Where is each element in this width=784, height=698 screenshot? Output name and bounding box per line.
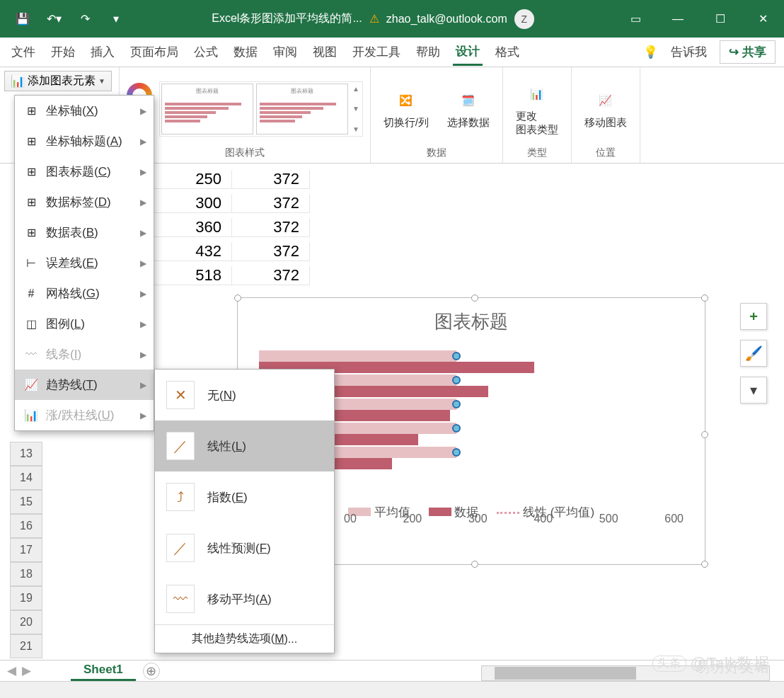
- tab-page-layout[interactable]: 页面布局: [127, 40, 181, 64]
- menu-item-A[interactable]: ⊞坐标轴标题(A)▶: [15, 126, 154, 156]
- undo-icon[interactable]: ↶▾: [38, 4, 69, 35]
- cell[interactable]: 432: [154, 242, 232, 261]
- row-header[interactable]: 18: [10, 562, 42, 586]
- avg-marker[interactable]: [452, 448, 461, 457]
- cell[interactable]: 372: [232, 194, 310, 213]
- move-chart-icon: 📈: [593, 88, 618, 113]
- select-data-button[interactable]: 🗓️选择数据: [442, 85, 495, 132]
- row-header[interactable]: 16: [10, 514, 42, 538]
- cell[interactable]: 250: [154, 170, 232, 189]
- trendline-submenu: ✕无(N)／线性(L)⤴指数(E)／线性预测(F)〰移动平均(A)其他趋势线选项…: [154, 369, 335, 653]
- switch-row-col-button[interactable]: 🔀切换行/列: [378, 85, 434, 132]
- chart-style-thumb[interactable]: 图表标题: [256, 84, 348, 135]
- row-header[interactable]: 20: [10, 610, 42, 634]
- trendline-option-N[interactable]: ✕无(N): [155, 370, 334, 420]
- menu-item-icon: #: [23, 287, 39, 300]
- axis-tick: 200: [403, 513, 422, 525]
- save-icon[interactable]: 💾: [7, 4, 38, 35]
- move-chart-button[interactable]: 📈移动图表: [579, 85, 633, 132]
- menu-item-X[interactable]: ⊞坐标轴(X)▶: [15, 96, 154, 126]
- tab-design[interactable]: 设计: [453, 39, 483, 66]
- row-header[interactable]: 14: [10, 466, 42, 490]
- tab-insert[interactable]: 插入: [88, 40, 117, 64]
- cell[interactable]: 300: [154, 194, 232, 213]
- sheet-nav-prev-icon[interactable]: ◀: [7, 663, 16, 678]
- maximize-icon[interactable]: ☐: [699, 0, 742, 38]
- cell[interactable]: 372: [232, 170, 310, 189]
- tab-home[interactable]: 开始: [48, 40, 78, 64]
- tab-formula[interactable]: 公式: [191, 40, 221, 64]
- cell[interactable]: 372: [232, 266, 310, 285]
- row-header[interactable]: 13: [10, 442, 42, 466]
- sheet-nav-next-icon[interactable]: ▶: [22, 663, 31, 678]
- cell[interactable]: 360: [154, 218, 232, 237]
- menu-item-I: 〰线条(I)▶: [15, 339, 154, 370]
- menu-item-E[interactable]: ⊢误差线(E)▶: [15, 248, 154, 278]
- change-chart-type-button[interactable]: 📊更改图表类型: [510, 79, 564, 139]
- chart-elements-button[interactable]: +: [740, 303, 767, 330]
- avatar[interactable]: Z: [514, 9, 534, 29]
- menu-item-D[interactable]: ⊞数据标签(D)▶: [15, 187, 154, 217]
- row-header[interactable]: 21: [10, 634, 42, 658]
- tab-review[interactable]: 审阅: [270, 40, 300, 64]
- menu-item-icon: 〰: [23, 348, 39, 361]
- chart-style-thumb[interactable]: 图表标题: [161, 84, 253, 135]
- trendline-option-L[interactable]: ／线性(L): [155, 420, 334, 471]
- trendline-option-F[interactable]: ／线性预测(F): [155, 522, 334, 573]
- warning-icon: ⚠: [369, 12, 379, 25]
- minimize-icon[interactable]: —: [657, 0, 699, 38]
- row-header[interactable]: 17: [10, 538, 42, 562]
- tab-file[interactable]: 文件: [8, 40, 38, 64]
- account-email[interactable]: zhao_talk@outlook.com: [386, 13, 507, 25]
- tab-data[interactable]: 数据: [231, 40, 260, 64]
- menu-item-L[interactable]: ◫图例(L)▶: [15, 309, 154, 339]
- menu-item-icon: ⊞: [23, 104, 39, 118]
- gallery-up-icon[interactable]: ▲: [352, 85, 359, 93]
- trendline-icon: ✕: [166, 381, 195, 409]
- menu-item-T[interactable]: 📈趋势线(T)▶: [15, 370, 154, 400]
- tab-format[interactable]: 格式: [492, 40, 522, 64]
- more-trendline-options[interactable]: 其他趋势线选项(M)...: [155, 624, 334, 653]
- chart-filter-button[interactable]: ▾: [740, 377, 767, 404]
- chevron-right-icon: ▶: [140, 106, 146, 116]
- avg-marker[interactable]: [452, 400, 461, 408]
- chart-style-gallery[interactable]: 图表标题 图表标题 ▲ ▼ ▼: [159, 81, 363, 137]
- qat-customize-icon[interactable]: ▾: [100, 4, 132, 35]
- trendline-icon: 〰: [166, 585, 195, 613]
- menu-item-B[interactable]: ⊞数据表(B)▶: [15, 217, 154, 248]
- new-sheet-button[interactable]: ⊕: [143, 663, 160, 680]
- tab-developer[interactable]: 开发工具: [350, 40, 403, 64]
- cell[interactable]: 518: [154, 266, 232, 285]
- gallery-more-icon[interactable]: ▼: [352, 125, 359, 133]
- share-button[interactable]: ↪ 共享: [720, 40, 776, 64]
- cell[interactable]: 372: [232, 242, 310, 261]
- ribbon-display-icon[interactable]: ▭: [614, 0, 657, 38]
- tab-help[interactable]: 帮助: [413, 40, 443, 64]
- trendline-option-A[interactable]: 〰移动平均(A): [155, 573, 334, 624]
- chevron-right-icon: ▶: [140, 228, 146, 238]
- trendline-option-E[interactable]: ⤴指数(E): [155, 471, 334, 522]
- menu-item-C[interactable]: ⊞图表标题(C)▶: [15, 156, 154, 187]
- row-header[interactable]: 15: [10, 490, 42, 514]
- menu-item-icon: ⊞: [23, 195, 39, 209]
- gallery-down-icon[interactable]: ▼: [352, 105, 359, 113]
- axis-tick: 00: [344, 513, 357, 525]
- avg-marker[interactable]: [452, 424, 461, 433]
- redo-icon[interactable]: ↷: [69, 4, 100, 35]
- chart-title[interactable]: 图表标题: [238, 298, 705, 341]
- menu-item-icon: ⊞: [23, 226, 39, 239]
- close-icon[interactable]: ✕: [742, 0, 784, 38]
- chevron-right-icon: ▶: [140, 137, 146, 147]
- chart-styles-button[interactable]: 🖌️: [740, 340, 767, 367]
- tell-me[interactable]: 告诉我: [668, 40, 710, 64]
- chevron-down-icon: ▼: [98, 77, 105, 85]
- cell[interactable]: 372: [232, 218, 310, 237]
- chart-type-icon: 📊: [524, 81, 550, 107]
- tab-view[interactable]: 视图: [310, 40, 340, 64]
- sheet-tab[interactable]: Sheet1: [71, 660, 136, 681]
- chevron-right-icon: ▶: [140, 167, 146, 177]
- menu-item-G[interactable]: #网格线(G)▶: [15, 278, 154, 309]
- trendline-icon: ⤴: [166, 483, 195, 511]
- add-chart-element-button[interactable]: 📊 添加图表元素 ▼: [4, 71, 112, 91]
- row-header[interactable]: 19: [10, 586, 42, 610]
